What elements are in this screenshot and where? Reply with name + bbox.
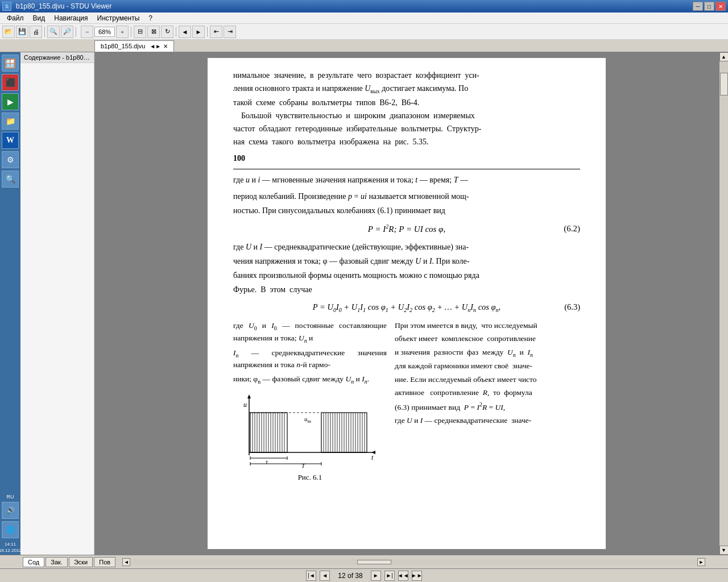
nav-prev2[interactable]: ◄◄ bbox=[398, 571, 408, 581]
taskbar-word[interactable]: W bbox=[2, 132, 19, 149]
menu-view[interactable]: Вид bbox=[28, 13, 50, 23]
svg-rect-7 bbox=[250, 413, 287, 452]
scroll-up-button[interactable]: ▲ bbox=[719, 52, 729, 61]
doc-main-intro: где u и i — мгновенные значения напряжен… bbox=[233, 174, 580, 186]
tb-fit-width[interactable]: ⊟ bbox=[134, 26, 146, 38]
app-icon: S bbox=[2, 2, 11, 11]
doc-with-scroll: нимальное значение, в результате чего во… bbox=[94, 52, 728, 555]
pulse-group-right bbox=[321, 413, 367, 452]
main-layout: 🪟 ⬛ ▶ 📁 W ⚙ 🔍 RU 🔊 🌐 14:11 16.12.2012 Со… bbox=[0, 52, 728, 555]
doc-wrapper: нимальное значение, в результате чего во… bbox=[94, 52, 728, 555]
tab-close[interactable]: ✕ bbox=[163, 43, 168, 49]
tab-contents[interactable]: Сод bbox=[23, 557, 44, 567]
tab-nav-right[interactable]: ► bbox=[155, 43, 161, 49]
toolbar: 📂 💾 🖨 🔍 🔎 − + ⊟ ⊠ ↻ ◄ ► ⇤ ⇥ bbox=[0, 24, 728, 40]
tb-prev-page[interactable]: ◄ bbox=[179, 26, 191, 38]
tab-bookmarks[interactable]: Зак. bbox=[46, 557, 68, 567]
tb-save[interactable]: 💾 bbox=[16, 26, 28, 38]
menu-tools[interactable]: Инструменты bbox=[93, 13, 144, 23]
doc-para-right4: для каждой гармоники имеют своё значе- bbox=[395, 360, 580, 372]
doc-para-right6: активное сопротивление R, то формула bbox=[395, 387, 580, 398]
zoom-control: − + bbox=[81, 26, 129, 38]
document-tab[interactable]: b1p80_155.djvu ◄ ► ✕ bbox=[94, 40, 174, 52]
nav-next2[interactable]: ►► bbox=[412, 571, 422, 581]
taskbar-green[interactable]: ▶ bbox=[2, 93, 19, 110]
tb-next-page[interactable]: ► bbox=[192, 26, 205, 38]
menubar: Файл Вид Навигация Инструменты ? bbox=[0, 13, 728, 24]
taskbar-search[interactable]: 🔍 bbox=[2, 171, 19, 188]
doc-para-top2: ления основного тракта и напряжение Uвых… bbox=[233, 82, 580, 95]
nav-prev[interactable]: ◄ bbox=[320, 571, 330, 581]
doc-para-phin: ники; φn — фазовый сдвиг между Un и In. bbox=[233, 373, 387, 386]
formula-6-3: P = U0I0 + U1I1 cos φ1 + U2I2 cos φ2 + …… bbox=[233, 301, 580, 314]
doc-para-top4: Большой чувствительностью и широким диап… bbox=[233, 110, 580, 122]
nav-last[interactable]: ►| bbox=[384, 571, 395, 581]
tb-separator4 bbox=[176, 27, 176, 37]
tab-search[interactable]: Пов bbox=[94, 557, 115, 567]
hscroll-thumb[interactable] bbox=[357, 560, 391, 564]
left-taskbar-spacer bbox=[74, 39, 94, 52]
doc-para-u-i2: чения напряжения и тока; φ — фазовый сдв… bbox=[233, 255, 580, 267]
figure-6-1: u t um τ T bbox=[239, 390, 381, 469]
nav-first[interactable]: |◄ bbox=[306, 571, 316, 581]
scroll-track[interactable] bbox=[719, 61, 728, 546]
pulse-group-left bbox=[250, 413, 287, 452]
titlebar-controls: ─ □ ✕ bbox=[693, 2, 726, 11]
doc-para-right2: объект имеет комплексное сопротивление bbox=[395, 333, 580, 344]
hscroll-track[interactable] bbox=[130, 559, 697, 565]
taskbar-settings[interactable]: ⚙ bbox=[2, 151, 19, 168]
tb-open[interactable]: 📂 bbox=[2, 26, 15, 38]
tab-nav-left[interactable]: ◄ bbox=[150, 43, 155, 49]
minimize-button[interactable]: ─ bbox=[693, 2, 703, 11]
taskbar-windows[interactable]: 🪟 bbox=[2, 55, 19, 72]
zoom-plus-button[interactable]: + bbox=[116, 26, 129, 38]
doc-para-top1: нимальное значение, в результате чего во… bbox=[233, 69, 580, 81]
hscroll-left[interactable]: ◄ bbox=[122, 558, 130, 566]
tb-zoom-out[interactable]: 🔍 bbox=[47, 26, 60, 38]
scroll-down-button[interactable]: ▼ bbox=[719, 546, 729, 555]
menu-navigation[interactable]: Навигация bbox=[49, 13, 92, 23]
hscroll-right[interactable]: ► bbox=[697, 558, 705, 566]
svg-text:t: t bbox=[371, 454, 374, 462]
menu-file[interactable]: Файл bbox=[2, 13, 28, 23]
zoom-input[interactable] bbox=[94, 27, 115, 37]
tb-print[interactable]: 🖨 bbox=[30, 26, 42, 38]
doc-para-right5: ние. Если исследуемый объект имеет чисто bbox=[395, 374, 580, 385]
svg-text:u: u bbox=[243, 401, 247, 409]
tb-fit-page[interactable]: ⊠ bbox=[147, 26, 160, 38]
doc-para-top5: частот обладают гетеродинные избирательн… bbox=[233, 123, 580, 135]
tab-thumbnails[interactable]: Эски bbox=[69, 557, 93, 567]
doc-main-intro2: период колебаний. Произведение p = ui на… bbox=[233, 190, 580, 202]
doc-para-right8: где U и I — среднеквадратические значе- bbox=[395, 415, 580, 426]
tb-zoom-in[interactable]: 🔎 bbox=[61, 26, 73, 38]
sidebar-tab-spacer bbox=[0, 39, 74, 52]
nav-next[interactable]: ► bbox=[371, 571, 381, 581]
doc-para-top6: ная схема такого вольтметра изображена н… bbox=[233, 136, 580, 148]
taskbar-folder[interactable]: 📁 bbox=[2, 113, 19, 130]
doc-scroll[interactable]: нимальное значение, в результате чего во… bbox=[94, 52, 719, 555]
formula-6-3-num: (6.3) bbox=[564, 301, 580, 314]
taskbar-red[interactable]: ⬛ bbox=[2, 74, 19, 91]
tb-rotate[interactable]: ↻ bbox=[161, 26, 173, 38]
tb-separator2 bbox=[76, 27, 76, 37]
taskbar-vol[interactable]: 🔊 bbox=[2, 502, 19, 519]
close-button[interactable]: ✕ bbox=[715, 2, 726, 11]
tb-nav1[interactable]: ⇤ bbox=[210, 26, 222, 38]
doc-para-furie: Фурье. В этом случае bbox=[233, 284, 580, 296]
tab-bar: b1p80_155.djvu ◄ ► ✕ bbox=[0, 40, 728, 52]
zoom-minus-button[interactable]: − bbox=[81, 26, 93, 38]
doc-para-u-i: где U и I — среднеквадратические (действ… bbox=[233, 241, 580, 253]
formula-6-3-text: P = U0I0 + U1I1 cos φ1 + U2I2 cos φ2 + …… bbox=[313, 302, 500, 311]
hscrollbar: ◄ ► bbox=[122, 558, 705, 566]
bottom-tabs: Сод Зак. Эски Пов ◄ ► bbox=[0, 555, 728, 568]
maximize-button[interactable]: □ bbox=[704, 2, 714, 11]
taskbar-net[interactable]: 🌐 bbox=[2, 521, 19, 538]
sidebar-content bbox=[20, 63, 94, 68]
formula-6-2: P = I2R; P = UI cos φ, (6.2) bbox=[233, 222, 580, 236]
tb-nav2[interactable]: ⇥ bbox=[224, 26, 236, 38]
menu-help[interactable]: ? bbox=[144, 13, 157, 23]
doc-page: нимальное значение, в результате чего во… bbox=[208, 58, 606, 549]
doc-para-u-i3: баниях произвольной формы оценить мощнос… bbox=[233, 269, 580, 281]
scroll-thumb[interactable] bbox=[720, 73, 728, 95]
formula-6-2-text: P = I2R; P = UI cos φ, bbox=[368, 225, 445, 234]
